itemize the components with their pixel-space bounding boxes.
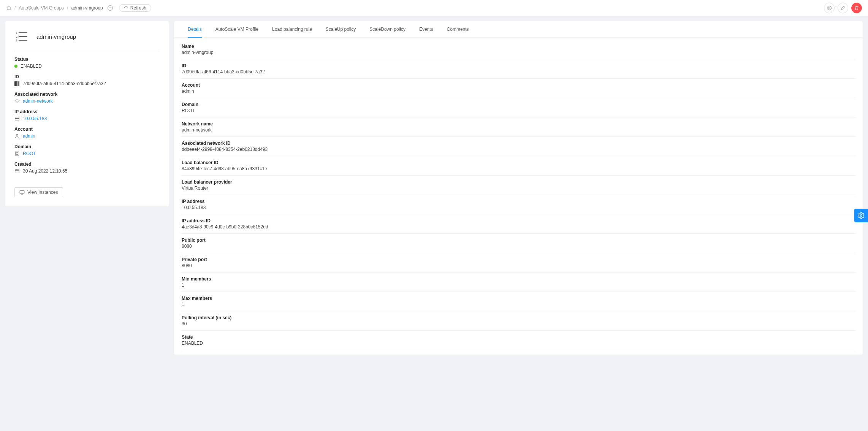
ip-block: IP address 10.0.55.183 xyxy=(14,109,160,121)
tabs: Details AutoScale VM Profile Load balanc… xyxy=(174,21,863,38)
page-title: admin-vmgroup xyxy=(36,33,76,40)
svg-rect-16 xyxy=(15,117,19,119)
wifi-icon xyxy=(14,99,20,103)
svg-text:2: 2 xyxy=(16,35,17,38)
settings-drawer-button[interactable] xyxy=(854,209,868,222)
detail-label: Max members xyxy=(182,296,855,301)
detail-row: Min members1 xyxy=(181,273,856,292)
tab-lb-rule[interactable]: Load balancing rule xyxy=(265,21,319,37)
detail-value: 8080 xyxy=(182,263,855,268)
svg-point-15 xyxy=(17,102,17,103)
detail-value: VirtualRouter xyxy=(182,185,855,191)
detail-value: 7d09e0fa-af66-4114-bba3-cd0bb5ef7a32 xyxy=(182,69,855,74)
breadcrumb-home[interactable] xyxy=(6,5,11,11)
detail-label: Account xyxy=(182,82,855,88)
detail-label: ID xyxy=(182,63,855,68)
breadcrumb-current: admin-vmgroup xyxy=(71,5,103,11)
detail-row: Load balancer providerVirtualRouter xyxy=(181,176,856,195)
svg-rect-14 xyxy=(19,81,19,86)
svg-rect-11 xyxy=(16,81,17,86)
detail-label: Load balancer ID xyxy=(182,160,855,165)
svg-text:3: 3 xyxy=(16,39,17,42)
detail-value: ENABLED xyxy=(182,341,855,346)
network-link[interactable]: admin-network xyxy=(23,98,53,104)
detail-value: 4ae3d4a8-90c9-4d0c-b9b0-228b0c8152dd xyxy=(182,224,855,230)
status-block: Status ENABLED xyxy=(14,57,160,69)
help-icon[interactable]: ? xyxy=(108,5,113,11)
refresh-label: Refresh xyxy=(130,5,146,11)
tab-details[interactable]: Details xyxy=(181,21,209,37)
id-label: ID xyxy=(14,74,160,79)
detail-row: Public port8080 xyxy=(181,234,856,253)
id-value: 7d09e0fa-af66-4114-bba3-cd0bb5ef7a32 xyxy=(14,81,160,86)
detail-value: 10.0.55.183 xyxy=(182,205,855,210)
detail-value: 1 xyxy=(182,282,855,288)
detail-row: StateENABLED xyxy=(181,331,856,350)
detail-label: IP address ID xyxy=(182,218,855,223)
calendar-icon xyxy=(14,168,20,174)
tab-scaleup[interactable]: ScaleUp policy xyxy=(319,21,363,37)
detail-value: 30 xyxy=(182,321,855,326)
delete-button[interactable] xyxy=(851,3,862,13)
detail-label: Min members xyxy=(182,276,855,282)
detail-row: DomainROOT xyxy=(181,98,856,117)
svg-rect-19 xyxy=(15,152,19,155)
detail-label: Polling interval (in sec) xyxy=(182,315,855,320)
detail-row: Load balancer ID84b8994e-fec7-4d98-ab95-… xyxy=(181,156,856,176)
created-value: 30 Aug 2022 12:10:55 xyxy=(14,168,160,174)
ip-label: IP address xyxy=(14,109,160,114)
domain-link[interactable]: ROOT xyxy=(23,151,36,156)
detail-label: IP address xyxy=(182,199,855,204)
refresh-button[interactable]: Refresh xyxy=(119,4,151,12)
tab-scaledown[interactable]: ScaleDown policy xyxy=(363,21,412,37)
block-icon xyxy=(14,151,20,156)
detail-row: Max members1 xyxy=(181,292,856,311)
edit-button[interactable] xyxy=(838,3,848,13)
detail-label: Private port xyxy=(182,257,855,262)
status-dot-icon xyxy=(14,65,17,68)
network-label: Associated network xyxy=(14,92,160,97)
detail-row: Private port8080 xyxy=(181,253,856,273)
detail-row: Associated network IDddbeeef4-2998-4084-… xyxy=(181,137,856,156)
account-label: Account xyxy=(14,127,160,132)
svg-rect-20 xyxy=(16,153,18,155)
domain-label: Domain xyxy=(14,144,160,149)
created-label: Created xyxy=(14,162,160,167)
svg-rect-17 xyxy=(15,119,19,120)
ip-link[interactable]: 10.0.55.183 xyxy=(23,116,47,121)
disable-button[interactable] xyxy=(824,3,835,13)
breadcrumb-groups[interactable]: AutoScale VM Groups xyxy=(19,5,64,11)
detail-value: 1 xyxy=(182,302,855,307)
domain-block: Domain ROOT xyxy=(14,144,160,156)
detail-label: State xyxy=(182,334,855,340)
detail-label: Associated network ID xyxy=(182,141,855,146)
topbar-actions xyxy=(824,3,862,13)
vmgroup-icon: 1 2 3 xyxy=(14,29,30,44)
tab-comments[interactable]: Comments xyxy=(440,21,476,37)
detail-value: ROOT xyxy=(182,108,855,113)
tab-events[interactable]: Events xyxy=(412,21,440,37)
created-block: Created 30 Aug 2022 12:10:55 xyxy=(14,162,160,174)
page-body: 1 2 3 admin-vmgroup Status ENABLED ID xyxy=(0,16,868,431)
details-list: Nameadmin-vmgroupID7d09e0fa-af66-4114-bb… xyxy=(181,38,856,350)
detail-row: Accountadmin xyxy=(181,79,856,98)
detail-row: Network nameadmin-network xyxy=(181,117,856,137)
user-icon xyxy=(14,133,20,139)
detail-value: ddbeeef4-2998-4084-8354-2eb0218dd493 xyxy=(182,147,855,152)
network-block: Associated network admin-network xyxy=(14,92,160,104)
svg-rect-10 xyxy=(15,81,16,86)
status-label: Status xyxy=(14,57,160,62)
reload-icon xyxy=(124,6,128,10)
account-link[interactable]: admin xyxy=(23,133,35,139)
detail-value: admin-vmgroup xyxy=(182,50,855,55)
detail-label: Domain xyxy=(182,102,855,107)
breadcrumb-sep: / xyxy=(67,5,68,11)
main-card: Details AutoScale VM Profile Load balanc… xyxy=(174,21,863,355)
svg-point-28 xyxy=(860,215,862,217)
svg-rect-9 xyxy=(14,81,15,86)
home-icon xyxy=(6,5,11,11)
view-instances-button[interactable]: View Instances xyxy=(14,187,63,197)
status-value: ENABLED xyxy=(14,63,160,69)
breadcrumb-sep: / xyxy=(14,5,16,11)
tab-vm-profile[interactable]: AutoScale VM Profile xyxy=(209,21,265,37)
